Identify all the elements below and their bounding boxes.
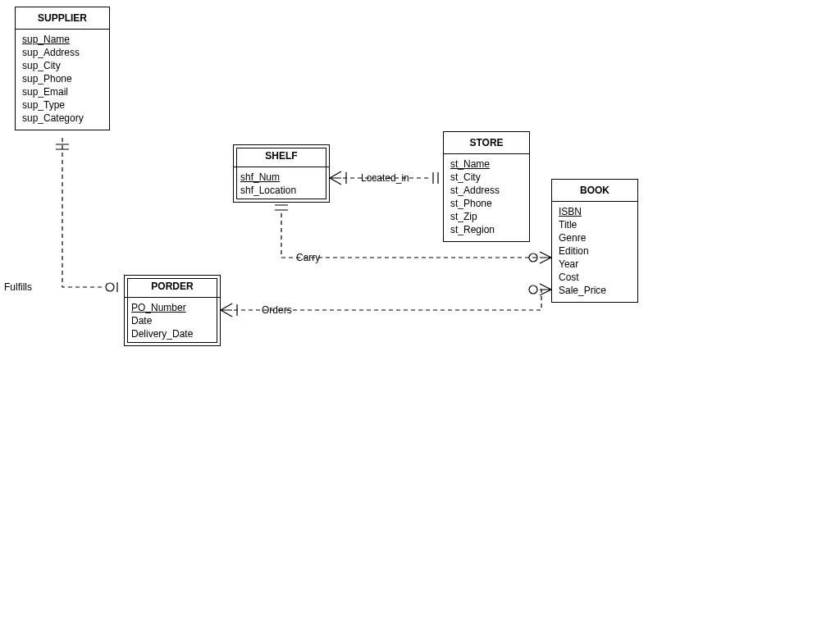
entity-book: BOOK ISBN Title Genre Edition Year Cost … — [551, 179, 638, 303]
attr: sup_Category — [22, 112, 103, 125]
attr: shf_Location — [240, 184, 322, 197]
attr: Edition — [559, 244, 631, 258]
attr: PO_Number — [131, 301, 213, 314]
attr: Year — [559, 258, 631, 271]
svg-point-2 — [529, 285, 537, 294]
entity-porder-title: PORDER — [125, 276, 220, 298]
svg-point-1 — [529, 253, 537, 262]
entity-shelf-title: SHELF — [234, 145, 329, 167]
entity-supplier: SUPPLIER sup_Name sup_Address sup_City s… — [15, 7, 110, 130]
attr: sup_Phone — [22, 72, 103, 85]
attr: sup_Type — [22, 98, 103, 112]
entity-supplier-title: SUPPLIER — [16, 7, 109, 30]
attr: sup_Address — [22, 46, 103, 59]
rel-fulfills-label: Fulfills — [2, 281, 34, 293]
attr: Sale_Price — [559, 284, 631, 297]
attr: Genre — [559, 231, 631, 244]
entity-shelf: SHELF shf_Num shf_Location — [233, 144, 330, 203]
entity-supplier-attrs: sup_Name sup_Address sup_City sup_Phone … — [16, 30, 109, 130]
attr: ISBN — [559, 205, 631, 218]
attr: shf_Num — [240, 171, 322, 184]
entity-store: STORE st_Name st_City st_Address st_Phon… — [443, 131, 530, 242]
attr: st_Address — [450, 184, 523, 197]
attr: st_City — [450, 171, 523, 184]
svg-point-0 — [106, 283, 114, 291]
attr: st_Region — [450, 223, 523, 236]
rel-orders-label: Orders — [260, 304, 294, 316]
rel-carry-label: Carry — [294, 252, 322, 263]
er-diagram-canvas: SUPPLIER sup_Name sup_Address sup_City s… — [0, 0, 840, 630]
attr: Delivery_Date — [131, 327, 213, 340]
entity-porder-attrs: PO_Number Date Delivery_Date — [125, 298, 220, 345]
entity-book-attrs: ISBN Title Genre Edition Year Cost Sale_… — [552, 202, 637, 302]
entity-store-title: STORE — [444, 132, 529, 154]
entity-shelf-attrs: shf_Num shf_Location — [234, 167, 329, 202]
attr: Title — [559, 218, 631, 231]
entity-store-attrs: st_Name st_City st_Address st_Phone st_Z… — [444, 154, 529, 241]
attr: sup_City — [22, 59, 103, 72]
entity-book-title: BOOK — [552, 180, 637, 202]
entity-porder: PORDER PO_Number Date Delivery_Date — [124, 275, 221, 346]
rel-located-in-label: Located_in — [359, 172, 411, 184]
attr: Cost — [559, 271, 631, 284]
attr: sup_Email — [22, 85, 103, 98]
attr: st_Phone — [450, 197, 523, 210]
attr: Date — [131, 314, 213, 327]
attr: sup_Name — [22, 33, 103, 46]
attr: st_Zip — [450, 210, 523, 223]
attr: st_Name — [450, 158, 523, 171]
